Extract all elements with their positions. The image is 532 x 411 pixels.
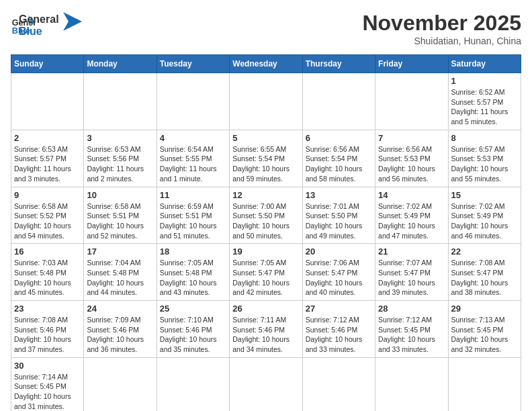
calendar-day-cell: 18Sunrise: 7:05 AM Sunset: 5:48 PM Dayli… (157, 244, 229, 301)
calendar-day-cell: 10Sunrise: 6:58 AM Sunset: 5:51 PM Dayli… (84, 187, 157, 244)
day-number: 20 (306, 246, 372, 257)
weekday-header-row: SundayMondayTuesdayWednesdayThursdayFrid… (11, 55, 521, 73)
day-info: Sunrise: 7:10 AM Sunset: 5:46 PM Dayligh… (160, 315, 226, 355)
calendar-day-cell: 22Sunrise: 7:08 AM Sunset: 5:47 PM Dayli… (448, 244, 521, 301)
day-number: 21 (378, 246, 445, 257)
calendar-week-row: 16Sunrise: 7:03 AM Sunset: 5:48 PM Dayli… (11, 244, 521, 301)
calendar-day-cell: 24Sunrise: 7:09 AM Sunset: 5:46 PM Dayli… (84, 301, 157, 358)
day-number: 5 (232, 133, 299, 143)
calendar-day-cell (302, 357, 375, 411)
day-info: Sunrise: 7:02 AM Sunset: 5:49 PM Dayligh… (378, 201, 445, 241)
calendar-day-cell: 11Sunrise: 6:59 AM Sunset: 5:51 PM Dayli… (157, 187, 229, 244)
calendar-day-cell: 30Sunrise: 7:14 AM Sunset: 5:45 PM Dayli… (11, 357, 84, 411)
calendar-table: SundayMondayTuesdayWednesdayThursdayFrid… (11, 54, 521, 411)
subtitle: Shuidatian, Hunan, China (362, 36, 521, 46)
day-info: Sunrise: 7:05 AM Sunset: 5:48 PM Dayligh… (160, 258, 226, 298)
day-info: Sunrise: 7:11 AM Sunset: 5:46 PM Dayligh… (232, 315, 299, 355)
calendar-week-row: 9Sunrise: 6:58 AM Sunset: 5:52 PM Daylig… (11, 187, 521, 244)
day-info: Sunrise: 6:53 AM Sunset: 5:57 PM Dayligh… (14, 144, 81, 184)
day-info: Sunrise: 6:59 AM Sunset: 5:51 PM Dayligh… (160, 201, 226, 241)
day-number: 17 (87, 246, 153, 257)
calendar-day-cell: 26Sunrise: 7:11 AM Sunset: 5:46 PM Dayli… (230, 301, 302, 358)
weekday-header-monday: Monday (84, 55, 157, 73)
calendar-day-cell: 14Sunrise: 7:02 AM Sunset: 5:49 PM Dayli… (375, 187, 448, 244)
calendar-week-row: 2Sunrise: 6:53 AM Sunset: 5:57 PM Daylig… (11, 130, 521, 187)
day-number: 28 (378, 304, 445, 314)
calendar-day-cell (11, 73, 84, 130)
calendar-day-cell: 6Sunrise: 6:56 AM Sunset: 5:54 PM Daylig… (302, 130, 375, 187)
day-info: Sunrise: 7:05 AM Sunset: 5:47 PM Dayligh… (232, 258, 299, 298)
month-title: November 2025 (362, 11, 521, 36)
day-number: 2 (14, 133, 81, 143)
day-info: Sunrise: 6:56 AM Sunset: 5:53 PM Dayligh… (378, 144, 445, 184)
logo-general-text: General (19, 13, 59, 26)
calendar-day-cell (448, 357, 521, 411)
day-info: Sunrise: 6:56 AM Sunset: 5:54 PM Dayligh… (306, 144, 372, 184)
weekday-header-wednesday: Wednesday (230, 55, 302, 73)
day-number: 25 (160, 304, 226, 314)
calendar-day-cell: 25Sunrise: 7:10 AM Sunset: 5:46 PM Dayli… (157, 301, 229, 358)
day-info: Sunrise: 7:06 AM Sunset: 5:47 PM Dayligh… (306, 258, 372, 298)
calendar-day-cell: 19Sunrise: 7:05 AM Sunset: 5:47 PM Dayli… (230, 244, 302, 301)
calendar-day-cell (157, 357, 229, 411)
weekday-header-sunday: Sunday (11, 55, 84, 73)
day-number: 24 (87, 304, 153, 314)
day-info: Sunrise: 6:57 AM Sunset: 5:53 PM Dayligh… (451, 144, 518, 184)
day-number: 1 (451, 76, 518, 86)
day-info: Sunrise: 6:54 AM Sunset: 5:55 PM Dayligh… (160, 144, 226, 184)
calendar-day-cell (230, 73, 302, 130)
title-section: November 2025 Shuidatian, Hunan, China (362, 11, 521, 46)
day-info: Sunrise: 7:13 AM Sunset: 5:45 PM Dayligh… (451, 315, 518, 355)
day-number: 11 (160, 190, 226, 200)
day-info: Sunrise: 6:58 AM Sunset: 5:51 PM Dayligh… (87, 201, 153, 241)
weekday-header-friday: Friday (375, 55, 448, 73)
calendar-day-cell (375, 73, 448, 130)
calendar-day-cell: 16Sunrise: 7:03 AM Sunset: 5:48 PM Dayli… (11, 244, 84, 301)
calendar-day-cell: 5Sunrise: 6:55 AM Sunset: 5:54 PM Daylig… (230, 130, 302, 187)
day-number: 15 (451, 190, 518, 200)
page-header: General Blue General Blue November 2025 … (11, 11, 521, 46)
calendar-day-cell: 3Sunrise: 6:53 AM Sunset: 5:56 PM Daylig… (84, 130, 157, 187)
calendar-week-row: 23Sunrise: 7:08 AM Sunset: 5:46 PM Dayli… (11, 301, 521, 358)
day-info: Sunrise: 7:08 AM Sunset: 5:46 PM Dayligh… (14, 315, 81, 355)
day-number: 7 (378, 133, 445, 143)
day-info: Sunrise: 7:09 AM Sunset: 5:46 PM Dayligh… (87, 315, 153, 355)
day-info: Sunrise: 6:55 AM Sunset: 5:54 PM Dayligh… (232, 144, 299, 184)
calendar-day-cell: 21Sunrise: 7:07 AM Sunset: 5:47 PM Dayli… (375, 244, 448, 301)
day-number: 27 (306, 304, 372, 314)
calendar-day-cell (230, 357, 302, 411)
weekday-header-tuesday: Tuesday (157, 55, 229, 73)
day-info: Sunrise: 6:52 AM Sunset: 5:57 PM Dayligh… (451, 87, 518, 127)
day-number: 29 (451, 304, 518, 314)
day-number: 9 (14, 190, 81, 200)
calendar-day-cell: 13Sunrise: 7:01 AM Sunset: 5:50 PM Dayli… (302, 187, 375, 244)
calendar-day-cell: 4Sunrise: 6:54 AM Sunset: 5:55 PM Daylig… (157, 130, 229, 187)
day-number: 19 (232, 246, 299, 257)
day-number: 16 (14, 246, 81, 257)
day-info: Sunrise: 7:07 AM Sunset: 5:47 PM Dayligh… (378, 258, 445, 298)
day-number: 30 (14, 361, 81, 371)
calendar-day-cell: 27Sunrise: 7:12 AM Sunset: 5:46 PM Dayli… (302, 301, 375, 358)
calendar-day-cell: 17Sunrise: 7:04 AM Sunset: 5:48 PM Dayli… (84, 244, 157, 301)
logo-arrow-icon (63, 12, 82, 31)
calendar-day-cell: 8Sunrise: 6:57 AM Sunset: 5:53 PM Daylig… (448, 130, 521, 187)
calendar-day-cell: 2Sunrise: 6:53 AM Sunset: 5:57 PM Daylig… (11, 130, 84, 187)
day-number: 6 (306, 133, 372, 143)
day-number: 13 (306, 190, 372, 200)
day-info: Sunrise: 7:12 AM Sunset: 5:46 PM Dayligh… (306, 315, 372, 355)
day-number: 8 (451, 133, 518, 143)
day-number: 4 (160, 133, 226, 143)
calendar-day-cell: 23Sunrise: 7:08 AM Sunset: 5:46 PM Dayli… (11, 301, 84, 358)
day-info: Sunrise: 7:03 AM Sunset: 5:48 PM Dayligh… (14, 258, 81, 298)
day-info: Sunrise: 7:01 AM Sunset: 5:50 PM Dayligh… (306, 201, 372, 241)
calendar-day-cell: 9Sunrise: 6:58 AM Sunset: 5:52 PM Daylig… (11, 187, 84, 244)
day-info: Sunrise: 7:04 AM Sunset: 5:48 PM Dayligh… (87, 258, 153, 298)
day-info: Sunrise: 7:02 AM Sunset: 5:49 PM Dayligh… (451, 201, 518, 241)
calendar-week-row: 1Sunrise: 6:52 AM Sunset: 5:57 PM Daylig… (11, 73, 521, 130)
calendar-day-cell: 29Sunrise: 7:13 AM Sunset: 5:45 PM Dayli… (448, 301, 521, 358)
day-info: Sunrise: 7:14 AM Sunset: 5:45 PM Dayligh… (14, 372, 81, 411)
calendar-day-cell: 28Sunrise: 7:12 AM Sunset: 5:45 PM Dayli… (375, 301, 448, 358)
calendar-day-cell (302, 73, 375, 130)
day-number: 26 (232, 304, 299, 314)
calendar-day-cell: 15Sunrise: 7:02 AM Sunset: 5:49 PM Dayli… (448, 187, 521, 244)
